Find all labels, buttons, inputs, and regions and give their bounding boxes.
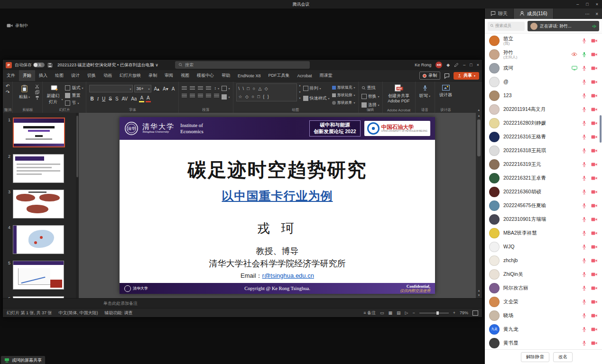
shapes-more-button[interactable]: ▾ <box>299 96 301 100</box>
mic-muted-icon[interactable] <box>582 230 587 236</box>
ribbon-tab[interactable]: 开始 <box>19 70 35 81</box>
clear-formatting-button[interactable]: A <box>171 86 176 92</box>
slide-thumbnail[interactable] <box>13 118 65 147</box>
collapse-ribbon-button[interactable]: ▴ <box>478 108 480 112</box>
slide-thumbnail[interactable] <box>13 190 64 218</box>
member-row[interactable]: 苗立(我) <box>485 34 602 47</box>
camera-off-icon[interactable] <box>591 258 597 263</box>
ribbon-tab[interactable]: 切换 <box>83 70 100 81</box>
member-row[interactable]: 黄书显 <box>485 336 602 349</box>
ppt-search-box[interactable]: 搜索 <box>175 61 310 69</box>
ribbon-tab[interactable]: EndNote X8 <box>234 70 265 81</box>
mic-muted-icon[interactable] <box>582 93 587 99</box>
unmute-button[interactable]: 解除静音 <box>521 352 549 362</box>
ppt-close-button[interactable]: × <box>477 63 479 67</box>
font-size-select[interactable]: 36+▾ <box>134 85 151 92</box>
ribbon-tab[interactable]: Acrobat <box>294 70 316 81</box>
paste-button[interactable]: 粘贴▾ <box>16 83 33 100</box>
camera-off-icon[interactable] <box>591 66 597 71</box>
ribbon-tab[interactable]: 审阅 <box>161 70 177 81</box>
slide-thumbnail[interactable] <box>13 261 64 290</box>
mic-muted-icon[interactable] <box>582 299 587 305</box>
ribbon-tab[interactable]: PDF工具集 <box>265 70 294 81</box>
save-icon[interactable] <box>47 63 53 68</box>
camera-off-icon[interactable] <box>591 38 597 43</box>
ppt-minimize-button[interactable]: – <box>463 63 465 67</box>
camera-off-icon[interactable] <box>591 148 597 153</box>
ribbon-tab[interactable]: 帮助 <box>218 70 234 81</box>
scroll-up-button[interactable]: ▴ <box>478 114 480 118</box>
increase-font-button[interactable]: A▴ <box>153 86 160 92</box>
member-row[interactable]: 2022216318王苑琪 <box>485 144 602 157</box>
member-row[interactable]: 2022216316王格青 <box>485 130 602 144</box>
zoom-slider[interactable] <box>419 313 449 313</box>
shape-fill-button[interactable]: 形状填充▾ <box>332 85 355 90</box>
sidebar-tab-members[interactable]: 成员(116) <box>514 9 554 19</box>
shapes-up-button[interactable]: ▴ <box>299 83 301 87</box>
minimize-button[interactable]: – <box>576 2 579 7</box>
slide-thumbnail[interactable] <box>13 225 64 254</box>
underline-button[interactable]: U <box>101 96 106 102</box>
ribbon-tab[interactable]: 设计 <box>67 70 83 81</box>
camera-off-icon[interactable] <box>591 286 597 291</box>
member-row[interactable]: 2022216321王卓青 <box>485 171 602 185</box>
member-row[interactable]: 2022245675任夏输 <box>485 199 602 212</box>
change-case-button[interactable]: Aa <box>130 96 138 102</box>
shape-effects-button[interactable]: 形状效果▾ <box>332 100 355 105</box>
autosave-switch[interactable]: 关 <box>33 63 45 67</box>
align-center-button[interactable] <box>190 94 195 98</box>
italic-button[interactable]: I <box>96 96 100 102</box>
shapes-down-button[interactable]: ▾ <box>299 90 301 93</box>
camera-off-icon[interactable] <box>591 121 597 126</box>
zoom-in-button[interactable]: + <box>453 310 455 315</box>
mic-on-icon[interactable] <box>582 52 587 57</box>
member-row[interactable]: 2022216319王元 <box>485 157 602 171</box>
camera-off-icon[interactable] <box>591 203 597 208</box>
mic-muted-icon[interactable] <box>582 258 587 264</box>
email-link[interactable]: r@tsinghua.edu.cn <box>262 272 314 279</box>
member-row[interactable]: ZhiQin吴 <box>485 267 602 281</box>
ribbon-tab[interactable]: 绘图 <box>51 70 67 81</box>
mic-muted-icon[interactable] <box>582 313 587 318</box>
mic-muted-icon[interactable] <box>582 327 587 332</box>
member-row[interactable]: 2022216280刘静媛 <box>485 116 602 130</box>
ribbon-tab[interactable]: 雨课堂 <box>316 70 336 81</box>
accessibility-indicator[interactable]: 辅助功能: 调查 <box>105 310 133 316</box>
font-color-button[interactable]: A <box>146 95 151 102</box>
camera-off-icon[interactable] <box>591 162 597 167</box>
justify-button[interactable] <box>206 94 211 98</box>
mic-muted-icon[interactable] <box>582 148 587 154</box>
shape-outline-button[interactable]: 形状轮廓▾ <box>332 92 355 98</box>
dictate-button[interactable]: 听写▾ <box>418 83 432 99</box>
mic-muted-icon[interactable] <box>582 217 587 222</box>
camera-off-icon[interactable] <box>591 52 597 57</box>
copy-button[interactable] <box>35 90 39 94</box>
create-share-pdf-button[interactable]: PDF 创建并共享Adobe PDF <box>386 83 412 104</box>
previous-slide-button[interactable]: ▴ <box>478 289 480 292</box>
fit-to-window-button[interactable] <box>472 310 478 316</box>
sidebar-more-button[interactable]: ⋯ <box>585 11 590 17</box>
member-row[interactable]: 晓场 <box>485 309 602 322</box>
ribbon-tab[interactable]: 模板中心 <box>193 70 218 81</box>
layout-button[interactable]: 版式▾ <box>65 85 83 91</box>
ribbon-tab[interactable]: 幻灯片放映 <box>116 70 145 81</box>
camera-off-icon[interactable] <box>591 341 597 346</box>
camera-off-icon[interactable] <box>591 217 597 222</box>
replace-button[interactable]: 替换▾ <box>361 93 380 100</box>
camera-off-icon[interactable] <box>591 245 597 249</box>
text-shadow-button[interactable]: S <box>114 96 120 102</box>
editing-mode-icon[interactable] <box>454 63 459 67</box>
align-left-button[interactable] <box>182 94 187 98</box>
bullets-button[interactable] <box>182 86 187 91</box>
text-direction-button[interactable]: ▾ <box>222 86 230 91</box>
member-search-input[interactable]: 搜索成员 <box>488 22 525 31</box>
slide-sorter-button[interactable]: ▦ <box>389 310 393 315</box>
strikethrough-button[interactable]: S <box>108 96 113 102</box>
mic-muted-icon[interactable] <box>582 272 587 277</box>
mic-muted-icon[interactable] <box>582 120 587 126</box>
normal-view-button[interactable]: ▭ <box>380 310 384 315</box>
bold-button[interactable]: B <box>89 96 94 102</box>
zoom-level[interactable]: 79% <box>460 310 468 315</box>
align-right-button[interactable] <box>198 94 203 98</box>
member-row[interactable]: 戎珂 <box>485 61 602 75</box>
